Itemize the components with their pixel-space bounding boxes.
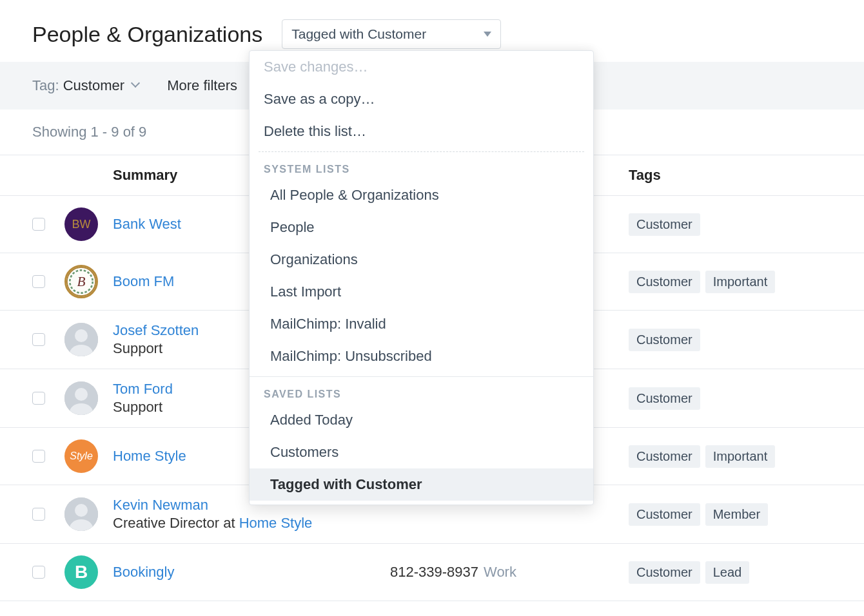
contact-subline: Creative Director at Home Style (113, 515, 390, 532)
contact-name-link[interactable]: Bookingly (113, 564, 390, 581)
svg-point-5 (75, 329, 88, 342)
list-selector-label: Tagged with Customer (291, 26, 426, 42)
menu-item-saved-list[interactable]: Added Today (250, 404, 593, 436)
menu-divider (250, 376, 593, 377)
menu-heading-system: SYSTEM LISTS (250, 156, 593, 179)
list-selector-panel: Save changes… Save as a copy… Delete thi… (249, 50, 594, 505)
phone-type: Work (484, 564, 516, 580)
row-checkbox[interactable] (32, 392, 45, 405)
menu-divider (259, 151, 584, 152)
list-selector-dropdown[interactable]: Tagged with Customer (282, 19, 501, 49)
avatar (64, 381, 98, 415)
menu-item-save-changes: Save changes… (250, 51, 593, 83)
tag-pill[interactable]: Customer (629, 445, 700, 468)
chevron-down-icon (132, 80, 141, 89)
row-checkbox[interactable] (32, 450, 45, 463)
menu-item-saved-list[interactable]: Tagged with Customer (250, 468, 593, 501)
tag-pill[interactable]: Lead (705, 561, 750, 584)
menu-item-system-list[interactable]: MailChimp: Unsubscribed (250, 340, 593, 372)
tag-pill[interactable]: Important (705, 445, 775, 468)
svg-point-9 (75, 388, 88, 401)
table-row: BBookingly812-339-8937WorkCustomerLead (0, 544, 864, 601)
menu-item-system-list[interactable]: All People & Organizations (250, 179, 593, 211)
column-header-tags: Tags (629, 167, 832, 184)
row-checkbox[interactable] (32, 333, 45, 346)
tag-pill[interactable]: Customer (629, 213, 700, 236)
menu-item-saved-list[interactable]: Customers (250, 436, 593, 468)
row-checkbox[interactable] (32, 275, 45, 288)
avatar (64, 323, 98, 356)
menu-item-delete-list[interactable]: Delete this list… (250, 115, 593, 148)
contact-org-link[interactable]: Home Style (239, 515, 313, 531)
tag-pill[interactable]: Member (705, 503, 768, 526)
filter-tag-value: Customer (63, 77, 124, 93)
svg-text:B: B (77, 274, 86, 289)
menu-heading-saved: SAVED LISTS (250, 381, 593, 404)
menu-item-system-list[interactable]: People (250, 211, 593, 244)
tag-pill[interactable]: Customer (629, 271, 700, 293)
filter-tag-label: Tag: (32, 77, 59, 93)
menu-item-system-list[interactable]: MailChimp: Invalid (250, 308, 593, 340)
tag-pill[interactable]: Customer (629, 561, 700, 584)
tag-pill[interactable]: Important (705, 271, 775, 293)
menu-item-system-list[interactable]: Organizations (250, 244, 593, 276)
row-checkbox[interactable] (32, 508, 45, 521)
tag-pill[interactable]: Customer (629, 503, 700, 526)
svg-point-13 (75, 504, 88, 517)
phone-number: 812-339-8937 (390, 564, 478, 580)
more-filters-button[interactable]: More filters (167, 77, 237, 94)
row-checkbox[interactable] (32, 218, 45, 231)
menu-item-system-list[interactable]: Last Import (250, 276, 593, 308)
row-checkbox[interactable] (32, 566, 45, 579)
menu-item-save-copy[interactable]: Save as a copy… (250, 83, 593, 115)
page-title: People & Organizations (32, 22, 262, 47)
avatar (64, 497, 98, 531)
avatar: B (64, 555, 98, 589)
avatar: BW (64, 207, 98, 241)
tag-pill[interactable]: Customer (629, 329, 700, 351)
avatar: B (64, 265, 98, 298)
filter-tag[interactable]: Tag: Customer (32, 77, 141, 94)
caret-down-icon (484, 32, 491, 37)
avatar: Style (64, 439, 98, 473)
tag-pill[interactable]: Customer (629, 387, 700, 410)
